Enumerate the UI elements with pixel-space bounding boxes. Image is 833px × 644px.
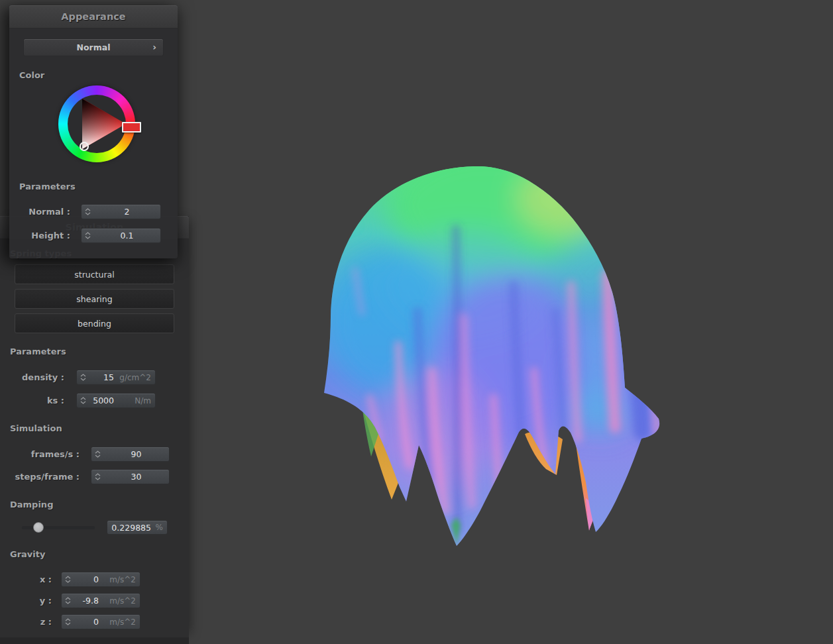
damping-unit: % — [152, 523, 167, 532]
gravity-y-spinner[interactable] — [62, 597, 74, 604]
gravity-section-label: Gravity — [10, 549, 189, 559]
damping-field[interactable]: 0.229885 % — [107, 520, 168, 535]
normal-param-field[interactable]: 2 — [81, 204, 161, 219]
gravity-y-field[interactable]: -9.8 m/s^2 — [61, 593, 140, 608]
normal-param-value: 2 — [93, 207, 160, 217]
gravity-y-unit: m/s^2 — [100, 596, 140, 606]
panel-bottom-edge — [0, 637, 189, 644]
gravity-z-value: 0 — [74, 617, 100, 627]
shearing-button-label: shearing — [76, 294, 112, 304]
normal-param-label: Normal : — [9, 207, 70, 217]
gravity-y-row: y : -9.8 m/s^2 — [0, 593, 189, 608]
frames-row: frames/s : 90 — [0, 447, 189, 462]
appearance-mode-dropdown[interactable]: Normal › — [23, 38, 164, 56]
structural-button[interactable]: structural — [15, 264, 174, 284]
parameters-section-label: Parameters — [10, 347, 189, 356]
frames-field[interactable]: 90 — [91, 447, 170, 462]
damping-row: 0.229885 % — [0, 520, 189, 535]
ks-unit: N/m — [115, 396, 155, 405]
ks-row: ks : 5000 N/m — [0, 393, 189, 408]
gravity-z-unit: m/s^2 — [100, 617, 140, 627]
height-row: Height : 0.1 — [9, 228, 178, 243]
normal-row: Normal : 2 — [9, 204, 178, 219]
frames-value: 90 — [103, 449, 169, 459]
steps-spinner[interactable] — [91, 473, 103, 480]
gravity-z-field[interactable]: 0 m/s^2 — [61, 614, 140, 629]
application-window: { "appearance_panel": { "title": "Appear… — [0, 0, 833, 644]
appearance-parameters-label: Parameters — [19, 182, 178, 191]
damping-section-label: Damping — [10, 500, 189, 510]
hue-selector[interactable] — [122, 122, 141, 133]
bending-button[interactable]: bending — [15, 313, 174, 333]
frames-spinner[interactable] — [91, 451, 103, 458]
height-param-spinner[interactable] — [82, 232, 93, 239]
ks-value: 5000 — [89, 396, 115, 405]
frames-label: frames/s : — [0, 449, 80, 459]
density-label: density : — [0, 372, 64, 382]
gravity-y-label: y : — [0, 596, 52, 606]
ks-label: ks : — [0, 396, 64, 405]
structural-button-label: structural — [74, 270, 114, 280]
density-spinner[interactable] — [77, 374, 89, 381]
gravity-z-spinner[interactable] — [62, 618, 74, 625]
color-wheel[interactable] — [58, 85, 135, 162]
steps-label: steps/frame : — [0, 472, 80, 482]
density-unit: g/cm^2 — [115, 373, 155, 382]
gravity-z-label: z : — [0, 617, 52, 627]
steps-row: steps/frame : 30 — [0, 469, 189, 484]
density-row: density : 15 g/cm^2 — [0, 370, 189, 385]
density-field[interactable]: 15 g/cm^2 — [76, 370, 156, 385]
simulation-section-label: Simulation — [10, 423, 189, 433]
ks-spinner[interactable] — [77, 397, 89, 404]
gravity-x-label: x : — [0, 574, 52, 584]
damping-value: 0.229885 — [107, 523, 152, 533]
gravity-x-field[interactable]: 0 m/s^2 — [61, 572, 140, 587]
gravity-y-value: -9.8 — [74, 596, 100, 606]
gravity-x-spinner[interactable] — [62, 576, 74, 583]
steps-value: 30 — [103, 472, 169, 482]
bending-button-label: bending — [78, 319, 111, 329]
height-param-label: Height : — [9, 231, 70, 241]
gravity-x-unit: m/s^2 — [100, 575, 140, 584]
normal-param-spinner[interactable] — [82, 208, 93, 215]
gravity-z-row: z : 0 m/s^2 — [0, 614, 189, 629]
damping-slider[interactable] — [22, 526, 95, 529]
color-section-label: Color — [19, 70, 178, 80]
simulation-panel: Simulation Spring types structural shear… — [0, 216, 189, 637]
density-value: 15 — [89, 372, 115, 382]
height-param-field[interactable]: 0.1 — [81, 228, 161, 243]
appearance-panel: Appearance Normal › Color Parameters — [9, 5, 178, 258]
height-param-value: 0.1 — [93, 231, 160, 241]
gravity-x-row: x : 0 m/s^2 — [0, 572, 189, 587]
appearance-panel-title: Appearance — [61, 11, 125, 22]
steps-field[interactable]: 30 — [91, 469, 170, 484]
appearance-panel-header[interactable]: Appearance — [9, 5, 178, 28]
appearance-mode-value: Normal — [77, 42, 111, 52]
shearing-button[interactable]: shearing — [15, 289, 174, 309]
ks-field[interactable]: 5000 N/m — [76, 393, 156, 408]
gravity-x-value: 0 — [74, 574, 100, 584]
chevron-right-icon: › — [152, 42, 156, 52]
damping-slider-handle[interactable] — [33, 522, 44, 533]
